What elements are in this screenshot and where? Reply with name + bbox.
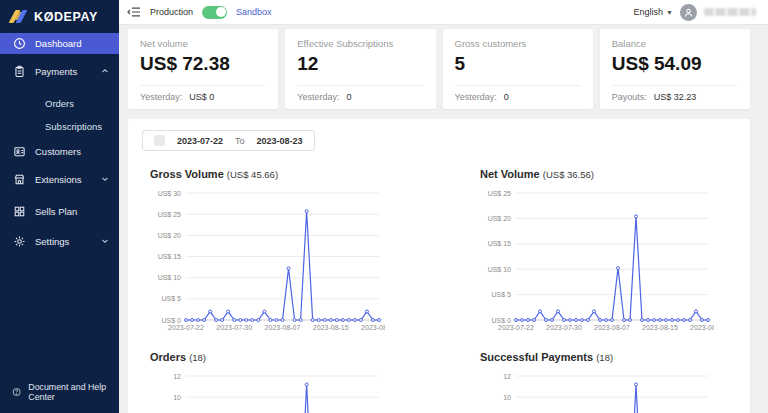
sidebar-item-label: Customers <box>35 146 81 157</box>
svg-text:US$ 25: US$ 25 <box>488 190 511 197</box>
sidebar-item-label: Subscriptions <box>45 121 102 132</box>
toggle-knob <box>216 7 226 17</box>
svg-text:12: 12 <box>173 373 181 380</box>
net-volume-line-chart[interactable]: US$ 0US$ 5US$ 10US$ 15US$ 20US$ 252023-0… <box>480 183 714 333</box>
sidebar-item-extensions[interactable]: Extensions <box>0 166 119 192</box>
caret-down-icon: ▼ <box>666 9 673 16</box>
chart-title: Gross Volume (US$ 45.66) <box>150 168 385 180</box>
user-avatar[interactable] <box>680 4 697 21</box>
svg-text:US$ 15: US$ 15 <box>488 240 511 247</box>
stat-card-balance: Balance US$ 54.09 Payouts:US$ 32.23 <box>600 29 750 109</box>
sidebar-item-label: Orders <box>45 98 74 109</box>
svg-text:10: 10 <box>173 394 181 401</box>
sidebar-item-label: Dashboard <box>35 38 81 49</box>
sidebar-item-label: Payments <box>35 66 77 77</box>
stat-value: US$ 72.38 <box>140 53 266 75</box>
user-icon <box>683 7 694 18</box>
environment-toggle[interactable] <box>202 6 227 19</box>
dashboard-content: Net volume US$ 72.38 Yesterday:US$ 0 Eff… <box>119 25 768 413</box>
brand-logo-icon <box>11 10 28 24</box>
sidebar-item-orders[interactable]: Orders <box>0 92 119 115</box>
svg-text:US$ 10: US$ 10 <box>158 274 181 281</box>
sandbox-label: Sandbox <box>236 7 272 17</box>
svg-text:2023-08-15: 2023-08-15 <box>642 324 678 331</box>
sidebar-item-customers[interactable]: Customers <box>0 138 119 164</box>
chart-title: Orders (18) <box>150 351 385 363</box>
svg-text:10: 10 <box>503 394 511 401</box>
sells-plan-icon <box>13 205 26 218</box>
svg-text:2023-08-15: 2023-08-15 <box>313 324 349 331</box>
chart-title: Successful Payments (18) <box>480 351 714 363</box>
sidebar-item-label: Sells Plan <box>35 206 77 217</box>
svg-text:US$ 5: US$ 5 <box>162 295 182 302</box>
gross-volume-line-chart[interactable]: US$ 0US$ 5US$ 10US$ 15US$ 20US$ 25US$ 30… <box>150 183 385 333</box>
topbar-right: English ▼ <box>634 4 756 21</box>
stat-card-net-volume: Net volume US$ 72.38 Yesterday:US$ 0 <box>128 29 278 109</box>
divider <box>140 85 266 86</box>
date-range-start[interactable]: 2023-07-22 <box>177 136 223 146</box>
calendar-icon <box>154 135 165 146</box>
svg-text:2023-08-07: 2023-08-07 <box>265 324 301 331</box>
chart-net-volume: Net Volume (US$ 36.56) US$ 0US$ 5US$ 10U… <box>480 168 714 333</box>
sidebar-help-link[interactable]: Document and Help Center <box>0 382 119 413</box>
stat-value: US$ 54.09 <box>612 53 738 75</box>
svg-text:2023-08-07: 2023-08-07 <box>594 324 630 331</box>
chart-gross-volume: Gross Volume (US$ 45.66) US$ 0US$ 5US$ 1… <box>150 168 385 333</box>
stat-footer: Yesterday:0 <box>455 92 581 102</box>
sidebar-help-label: Document and Help Center <box>28 382 111 402</box>
divider <box>455 85 581 86</box>
customers-icon <box>13 145 26 158</box>
sidebar-item-sells-plan[interactable]: Sells Plan <box>0 198 119 224</box>
menu-fold-icon[interactable] <box>127 6 141 18</box>
date-range-end[interactable]: 2023-08-23 <box>257 136 303 146</box>
stat-card-effective-subscriptions: Effective Subscriptions 12 Yesterday:0 <box>285 29 435 109</box>
payments-icon <box>13 65 26 78</box>
svg-text:US$ 10: US$ 10 <box>488 266 511 273</box>
sidebar: KØDEPAY Dashboard Payments Orders Subscr… <box>0 0 119 413</box>
dashboard-icon <box>13 37 26 50</box>
sidebar-item-dashboard[interactable]: Dashboard <box>0 33 119 54</box>
charts-card: 2023-07-22 To 2023-08-23 Gross Volume (U… <box>128 119 750 413</box>
stat-label: Effective Subscriptions <box>297 38 423 49</box>
extensions-icon <box>13 173 26 186</box>
topbar: Production Sandbox English ▼ <box>119 0 768 25</box>
svg-text:US$ 5: US$ 5 <box>492 291 512 298</box>
svg-text:2023-08-23: 2023-08-23 <box>690 324 714 331</box>
brand-logo[interactable]: KØDEPAY <box>0 0 119 33</box>
stat-label: Gross customers <box>455 38 581 49</box>
svg-text:12: 12 <box>503 373 511 380</box>
divider <box>297 85 423 86</box>
svg-text:US$ 20: US$ 20 <box>158 232 181 239</box>
date-range-separator: To <box>235 136 245 146</box>
stat-value: 5 <box>455 53 581 75</box>
sidebar-item-label: Settings <box>35 236 69 247</box>
successful-payments-line-chart[interactable]: 0246810122023-07-222023-07-302023-08-072… <box>480 366 714 413</box>
date-range-picker[interactable]: 2023-07-22 To 2023-08-23 <box>142 130 315 151</box>
stat-label: Balance <box>612 38 738 49</box>
stats-row: Net volume US$ 72.38 Yesterday:US$ 0 Eff… <box>128 29 750 109</box>
divider <box>612 85 738 86</box>
language-selector[interactable]: English ▼ <box>634 7 673 17</box>
svg-text:2023-07-22: 2023-07-22 <box>168 324 204 331</box>
chevron-up-icon <box>101 67 109 75</box>
svg-text:US$ 20: US$ 20 <box>488 215 511 222</box>
sidebar-nav: Dashboard Payments Orders Subscriptions … <box>0 33 119 382</box>
orders-line-chart[interactable]: 0246810122023-07-222023-07-302023-08-072… <box>150 366 385 413</box>
svg-text:US$ 30: US$ 30 <box>158 190 181 197</box>
sidebar-item-subscriptions[interactable]: Subscriptions <box>0 115 119 138</box>
svg-text:US$ 15: US$ 15 <box>158 253 181 260</box>
sidebar-item-label: Extensions <box>35 174 81 185</box>
charts-grid: Gross Volume (US$ 45.66) US$ 0US$ 5US$ 1… <box>140 151 738 413</box>
chart-title: Net Volume (US$ 36.56) <box>480 168 714 180</box>
sidebar-item-payments[interactable]: Payments <box>0 58 119 84</box>
svg-text:2023-07-30: 2023-07-30 <box>216 324 252 331</box>
svg-text:US$ 0: US$ 0 <box>162 317 182 324</box>
user-name-redacted[interactable] <box>704 8 756 16</box>
brand-logo-text: KØDEPAY <box>34 10 98 24</box>
stat-value: 12 <box>297 53 423 75</box>
sidebar-item-settings[interactable]: Settings <box>0 228 119 254</box>
svg-text:2023-07-30: 2023-07-30 <box>546 324 582 331</box>
main-area: Production Sandbox English ▼ Net volume … <box>119 0 768 413</box>
svg-text:2023-08-23: 2023-08-23 <box>361 324 385 331</box>
stat-footer: Payouts:US$ 32.23 <box>612 92 738 102</box>
